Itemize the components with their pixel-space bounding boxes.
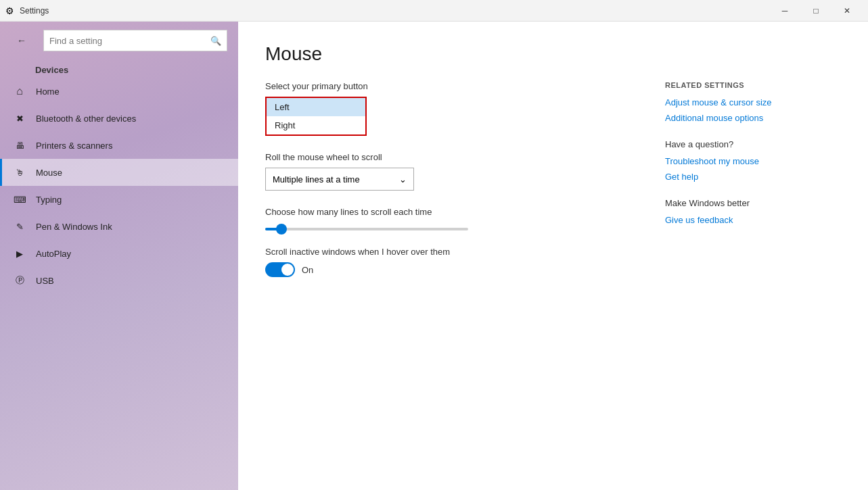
scroll-dropdown[interactable]: Multiple lines at a time ⌄ [265,168,414,191]
mouse-wheel-label: Roll the mouse wheel to scroll [265,152,638,162]
make-windows-better-section: Make Windows better Give us feedback [665,198,841,225]
content-layout: Select your primary button Left Right Ro… [265,81,841,277]
sidebar-item-usb-label: USB [36,276,54,286]
sidebar: ← 🔍 Devices ⌂ Home ✖ Bluetooth & other d… [0,22,238,490]
autoplay-icon: ▶ [13,247,26,260]
toggle-row: On [265,262,638,277]
usb-icon: Ⓟ [13,274,26,287]
title-bar-left: ⚙ Settings [5,5,49,16]
sidebar-top: ← 🔍 [0,22,238,59]
bluetooth-icon: ✖ [13,112,26,125]
sidebar-item-pen-label: Pen & Windows Ink [36,222,112,232]
toggle-thumb [281,264,294,276]
back-button[interactable]: ← [11,30,32,51]
sidebar-item-printers[interactable]: 🖶 Printers & scanners [0,132,238,159]
sidebar-item-printers-label: Printers & scanners [36,141,112,151]
make-windows-better-title: Make Windows better [665,198,841,208]
search-icon: 🔍 [210,36,221,46]
page-title: Mouse [265,43,841,65]
primary-button-label: Select your primary button [265,81,638,91]
pen-icon: ✎ [13,220,26,233]
slider-container [265,228,638,230]
mouse-icon: 🖰 [13,166,26,179]
scroll-dropdown-value: Multiple lines at a time [273,174,360,185]
sidebar-item-mouse[interactable]: 🖰 Mouse [0,159,238,186]
maximize-button[interactable]: □ [800,0,831,22]
sidebar-item-mouse-label: Mouse [36,168,62,178]
close-button[interactable]: ✕ [831,0,863,22]
related-settings-section: Related settings Adjust mouse & cursor s… [665,81,841,123]
sidebar-item-bluetooth[interactable]: ✖ Bluetooth & other devices [0,105,238,132]
get-help-link[interactable]: Get help [665,172,841,182]
feedback-link[interactable]: Give us feedback [665,215,841,225]
related-link-mouse-options[interactable]: Additional mouse options [665,113,841,123]
sidebar-item-typing-label: Typing [36,195,62,205]
slider-track [265,228,468,230]
related-settings-title: Related settings [665,81,841,89]
troubleshoot-link[interactable]: Troubleshoot my mouse [665,156,841,166]
toggle-state-label: On [302,265,313,275]
scroll-inactive-toggle[interactable] [265,262,295,277]
sidebar-section-label: Devices [0,59,238,78]
minimize-button[interactable]: ─ [769,0,800,22]
title-bar-title: Settings [20,6,49,16]
search-box[interactable]: 🔍 [43,30,227,51]
primary-button-dropdown[interactable]: Left Right [265,97,367,136]
mouse-wheel-section: Roll the mouse wheel to scroll Multiple … [265,152,638,191]
keyboard-icon: ⌨ [13,193,26,206]
title-bar: ⚙ Settings ─ □ ✕ [0,0,868,22]
sidebar-item-autoplay-label: AutoPlay [36,249,71,259]
sidebar-item-pen[interactable]: ✎ Pen & Windows Ink [0,213,238,240]
search-input[interactable] [49,36,206,46]
have-question-section: Have a question? Troubleshoot my mouse G… [665,139,841,182]
content-sidebar: Related settings Adjust mouse & cursor s… [665,81,841,277]
sidebar-item-bluetooth-label: Bluetooth & other devices [36,114,136,124]
sidebar-item-typing[interactable]: ⌨ Typing [0,186,238,213]
app-body: ← 🔍 Devices ⌂ Home ✖ Bluetooth & other d… [0,22,868,490]
title-bar-controls: ─ □ ✕ [769,0,863,22]
scroll-inactive-section: Scroll inactive windows when I hover ove… [265,247,638,277]
scroll-inactive-label: Scroll inactive windows when I hover ove… [265,247,638,257]
scroll-lines-label: Choose how many lines to scroll each tim… [265,207,638,217]
dropdown-option-right[interactable]: Right [267,116,365,134]
content-area: Mouse Select your primary button Left Ri… [238,22,868,490]
dropdown-option-left[interactable]: Left [267,98,365,116]
scroll-lines-section: Choose how many lines to scroll each tim… [265,207,638,230]
sidebar-item-autoplay[interactable]: ▶ AutoPlay [0,240,238,267]
slider-thumb[interactable] [276,224,287,235]
settings-icon: ⚙ [5,5,14,16]
chevron-down-icon: ⌄ [399,174,407,185]
have-question-title: Have a question? [665,139,841,149]
sidebar-item-usb[interactable]: Ⓟ USB [0,267,238,294]
printer-icon: 🖶 [13,139,26,152]
sidebar-item-home[interactable]: ⌂ Home [0,78,238,105]
sidebar-item-home-label: Home [36,87,60,97]
home-icon: ⌂ [13,84,26,98]
related-link-cursor-size[interactable]: Adjust mouse & cursor size [665,97,841,107]
content-main: Select your primary button Left Right Ro… [265,81,638,277]
primary-button-section: Select your primary button Left Right [265,81,638,136]
